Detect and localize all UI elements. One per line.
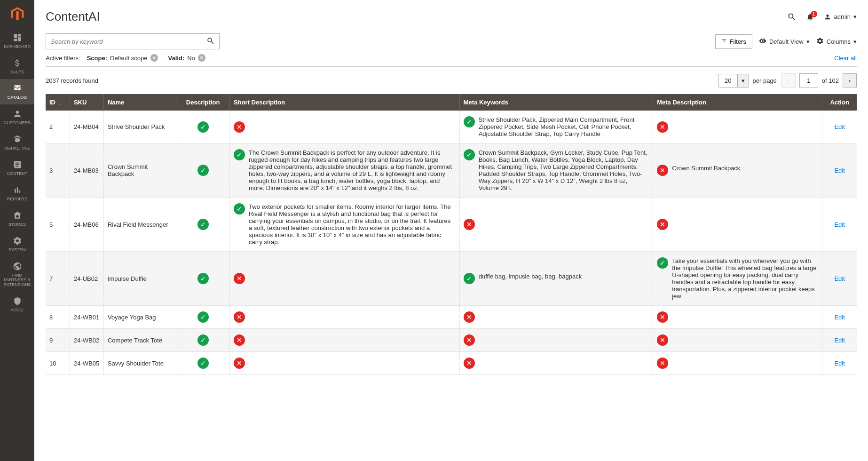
sidebar: DASHBOARDSALESCATALOGCUSTOMERSMARKETINGC… (0, 0, 34, 461)
magento-logo[interactable] (0, 0, 34, 28)
check-icon: ✓ (197, 273, 209, 284)
table-row[interactable]: 9 24-WB02 Compete Track Tote ✓ ✕ ✕ ✕ Edi… (46, 329, 857, 352)
active-filters-bar: Active filters: Scope: Default scope ✕Va… (46, 54, 857, 67)
x-icon: ✕ (234, 311, 245, 323)
sidebar-item-dashboard[interactable]: DASHBOARD (0, 28, 34, 54)
page-title: ContentAI (46, 9, 100, 24)
x-icon: ✕ (234, 334, 245, 346)
edit-link[interactable]: Edit (834, 221, 844, 228)
admin-username: admin (834, 13, 851, 20)
sort-indicator: ↓ (56, 100, 61, 105)
nav-icon (13, 84, 22, 93)
search-toggle-button[interactable] (787, 12, 797, 22)
nav-icon (13, 160, 22, 169)
edit-link[interactable]: Edit (834, 167, 844, 174)
chevron-down-icon: ▾ (853, 38, 857, 45)
x-icon: ✕ (657, 121, 668, 133)
page-input[interactable] (799, 73, 818, 87)
eye-icon (759, 37, 766, 46)
column-header[interactable]: Action (822, 94, 857, 111)
x-icon: ✕ (234, 121, 245, 133)
x-icon: ✕ (657, 334, 668, 346)
x-icon: ✕ (657, 219, 668, 230)
chevron-down-icon[interactable]: ▾ (737, 74, 749, 87)
products-table: ID ↓SKUNameDescriptionShort DescriptionM… (46, 94, 857, 375)
filter-chip: Scope: Default scope ✕ (87, 54, 158, 62)
next-page-button[interactable]: › (843, 73, 857, 87)
x-icon: ✕ (464, 334, 475, 346)
notification-badge: 1 (811, 11, 817, 17)
table-row[interactable]: 8 24-WB01 Voyage Yoga Bag ✓ ✕ ✕ ✕ Edit (46, 306, 857, 329)
total-pages: of 102 (822, 77, 839, 84)
edit-link[interactable]: Edit (834, 123, 844, 130)
table-row[interactable]: 10 24-WB05 Savvy Shoulder Tote ✓ ✕ ✕ ✕ E… (46, 352, 857, 375)
sidebar-item-system[interactable]: SYSTEM (0, 231, 34, 257)
nav-icon (13, 58, 22, 68)
x-icon: ✕ (464, 219, 475, 230)
check-icon: ✓ (464, 116, 475, 127)
edit-link[interactable]: Edit (834, 275, 844, 282)
sidebar-item-content[interactable]: CONTENT (0, 155, 34, 181)
admin-account-dropdown[interactable]: admin ▾ (824, 13, 857, 21)
active-filters-label: Active filters: (46, 55, 80, 62)
x-icon: ✕ (464, 358, 475, 369)
remove-filter-icon[interactable]: ✕ (150, 54, 158, 62)
per-page-select[interactable]: 20 ▾ (718, 74, 749, 87)
check-icon: ✓ (197, 219, 209, 230)
edit-link[interactable]: Edit (834, 337, 844, 344)
nav-icon (13, 211, 22, 220)
chevron-down-icon: ▾ (806, 38, 810, 45)
x-icon: ✕ (657, 311, 668, 323)
sidebar-item-reports[interactable]: REPORTS (0, 181, 34, 206)
check-icon: ✓ (197, 121, 209, 133)
sidebar-item-sales[interactable]: SALES (0, 54, 34, 79)
edit-link[interactable]: Edit (834, 314, 844, 321)
main-content: ContentAI 1 admin ▾ Filters (34, 0, 868, 461)
search-input[interactable] (46, 33, 220, 49)
notifications-button[interactable]: 1 (806, 13, 814, 21)
gear-icon (816, 37, 824, 46)
nav-icon (13, 236, 22, 246)
sidebar-item-customers[interactable]: CUSTOMERS (0, 104, 34, 130)
column-header[interactable]: SKU (70, 94, 103, 111)
sidebar-item-marketing[interactable]: MARKETING (0, 130, 34, 155)
remove-filter-icon[interactable]: ✕ (198, 54, 205, 62)
column-header[interactable]: Description (176, 94, 230, 111)
table-row[interactable]: 5 24-MB06 Rival Field Messenger ✓ ✓Two e… (46, 198, 857, 252)
check-icon: ✓ (197, 165, 209, 176)
keyword-search (46, 33, 220, 49)
check-icon: ✓ (234, 203, 245, 215)
table-row[interactable]: 2 24-MB04 Strive Shoulder Pack ✓ ✕ ✓Stri… (46, 111, 857, 143)
search-icon[interactable] (206, 37, 215, 47)
table-row[interactable]: 7 24-UB02 Impulse Duffle ✓ ✕ ✓duffle bag… (46, 252, 857, 306)
check-icon: ✓ (234, 149, 245, 160)
column-header[interactable]: Meta Keywords (459, 94, 653, 111)
columns-dropdown[interactable]: Columns ▾ (816, 37, 857, 46)
chevron-down-icon: ▾ (853, 13, 857, 20)
nav-icon (13, 109, 22, 119)
table-row[interactable]: 3 24-MB03 Crown Summit Backpack ✓ ✓The C… (46, 143, 857, 198)
filters-button[interactable]: Filters (715, 34, 752, 49)
nav-icon (13, 135, 22, 144)
edit-link[interactable]: Edit (834, 360, 844, 367)
column-header[interactable]: ID ↓ (46, 94, 70, 111)
records-found: 2037 records found (46, 77, 98, 84)
check-icon: ✓ (197, 311, 209, 323)
sidebar-item-stores[interactable]: STORES (0, 206, 34, 231)
prev-page-button[interactable]: ‹ (781, 73, 796, 87)
sidebar-item-catalog[interactable]: CATALOG (0, 79, 34, 104)
column-header[interactable]: Meta Description (653, 94, 822, 111)
sidebar-item-find-partners-extensions[interactable]: FIND PARTNERS & EXTENSIONS (0, 257, 34, 292)
x-icon: ✕ (234, 273, 245, 284)
check-icon: ✓ (197, 358, 209, 369)
x-icon: ✕ (657, 358, 668, 369)
column-header[interactable]: Short Description (230, 94, 460, 111)
clear-all-filters[interactable]: Clear all (834, 55, 857, 62)
nav-icon (13, 185, 22, 195)
nav-icon (13, 33, 22, 42)
funnel-icon (721, 38, 727, 45)
column-header[interactable]: Name (103, 94, 176, 111)
sidebar-item-aitoc[interactable]: AITOC (0, 292, 34, 317)
filter-chip: Valid: No ✕ (168, 54, 205, 62)
default-view-dropdown[interactable]: Default View ▾ (759, 37, 810, 46)
